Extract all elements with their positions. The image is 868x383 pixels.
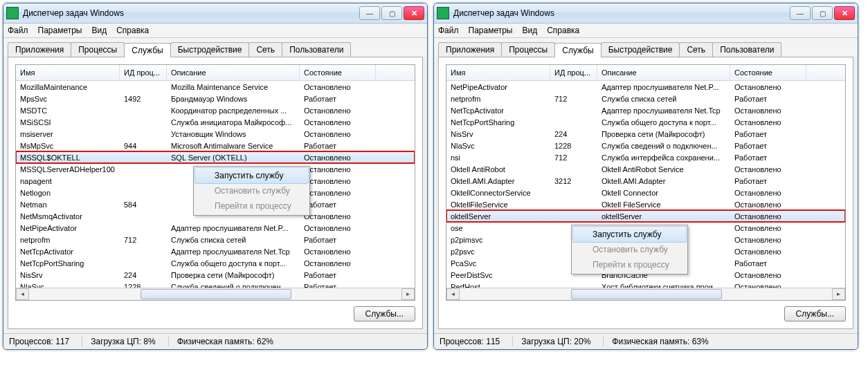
scroll-thumb[interactable] [141, 289, 291, 299]
scroll-right-button[interactable]: ► [401, 288, 415, 300]
menu-file[interactable]: Файл [8, 26, 28, 35]
col-desc[interactable]: Описание [167, 65, 300, 80]
task-manager-window-right: Диспетчер задач Windows — ▢ ✕ Файл Парам… [433, 3, 858, 350]
col-desc[interactable]: Описание [597, 65, 730, 80]
tab-performance[interactable]: Быстродействие [170, 42, 250, 57]
table-row[interactable]: MpsSvc1492Брандмауэр WindowsРаботает [16, 93, 415, 104]
tab-performance[interactable]: Быстродействие [601, 42, 680, 57]
list-header[interactable]: Имя ИД проц... Описание Состояние [16, 65, 415, 81]
services-list[interactable]: Имя ИД проц... Описание Состояние NetPip… [446, 64, 846, 301]
table-row[interactable]: NetTcpActivatorАдаптер прослушивателя Ne… [16, 245, 415, 257]
menu-view[interactable]: Вид [522, 26, 537, 35]
tab-users[interactable]: Пользователи [282, 42, 351, 57]
col-state[interactable]: Состояние [300, 65, 376, 80]
tab-users[interactable]: Пользователи [712, 42, 781, 57]
table-row[interactable]: netprofm712Служба списка сетейРаботает [446, 93, 845, 104]
col-pid[interactable]: ИД проц... [120, 65, 167, 80]
table-row[interactable]: Oktell AntiRobotOktell AntiRobot Service… [446, 163, 845, 175]
scroll-track[interactable] [460, 289, 832, 299]
tab-processes[interactable]: Процессы [501, 42, 555, 57]
cell-state: Работает [300, 283, 376, 288]
cell-desc: Mozilla Maintenance Service [167, 83, 300, 91]
scroll-right-button[interactable]: ► [832, 288, 845, 300]
table-row[interactable]: OktellFileServiceOktell FileServiceОстан… [446, 198, 845, 210]
table-row[interactable]: nsi712Служба интерфейса сохранени...Рабо… [446, 151, 845, 163]
table-row[interactable]: MSSQL$OKTELLSQL Server (OKTELL)Остановле… [16, 151, 415, 163]
tab-services[interactable]: Службы [124, 43, 170, 57]
table-row[interactable]: NetTcpActivatorАдаптер прослушивателя Ne… [446, 104, 845, 116]
table-row[interactable]: NetTcpPortSharingСлужба общего доступа к… [16, 257, 415, 269]
col-name[interactable]: Имя [16, 65, 120, 80]
col-name[interactable]: Имя [446, 65, 550, 80]
menu-help[interactable]: Справка [116, 26, 149, 35]
context-menu: Запустить службу Остановить службу Перей… [193, 166, 310, 216]
cell-desc: Oktell FileService [597, 200, 730, 209]
status-bar: Процессов: 117 Загрузка ЦП: 8% Физическа… [3, 333, 427, 349]
minimize-button[interactable]: — [790, 6, 811, 20]
scroll-thumb[interactable] [571, 289, 721, 299]
titlebar[interactable]: Диспетчер задач Windows — ▢ ✕ [3, 3, 427, 24]
tab-network[interactable]: Сеть [679, 42, 713, 57]
ctx-start-service[interactable]: Запустить службу [572, 226, 687, 243]
table-row[interactable]: MsMpSvc944Microsoft Antimalware ServiceР… [16, 140, 415, 151]
table-row[interactable]: MozillaMaintenanceMozilla Maintenance Se… [16, 81, 415, 93]
menu-options[interactable]: Параметры [469, 26, 513, 35]
table-row[interactable]: NetPipeActivatorАдаптер прослушивателя N… [16, 222, 415, 234]
close-button[interactable]: ✕ [404, 6, 424, 20]
table-row[interactable]: MSiSCSIСлужба инициатора Майкрософ...Ост… [16, 116, 415, 128]
horizontal-scrollbar[interactable]: ◄ ► [446, 288, 845, 300]
close-button[interactable]: ✕ [834, 6, 855, 20]
tab-row: Приложения Процессы Службы Быстродействи… [434, 38, 858, 57]
cell-state: Остановлено [730, 189, 806, 197]
cell-desc: Служба сведений о подключен... [167, 283, 300, 288]
scroll-left-button[interactable]: ◄ [446, 288, 460, 300]
cell-name: MSSQL$OKTELL [16, 153, 120, 162]
table-row[interactable]: netprofm712Служба списка сетейРаботает [16, 234, 415, 245]
menu-file[interactable]: Файл [438, 26, 459, 35]
tab-services[interactable]: Службы [554, 43, 601, 57]
table-row[interactable]: PerfHostХост библиотеки счетчика прои...… [446, 281, 845, 288]
cell-desc: Адаптер прослушивателя Net.P... [597, 83, 730, 91]
cell-state: Работает [730, 177, 806, 185]
table-row[interactable]: NetTcpPortSharingСлужба общего доступа к… [446, 116, 845, 128]
cell-state: Остановлено [730, 236, 806, 244]
table-row[interactable]: NetPipeActivatorАдаптер прослушивателя N… [446, 81, 845, 93]
cell-pid: 1492 [120, 95, 167, 103]
tab-processes[interactable]: Процессы [71, 42, 125, 57]
minimize-button[interactable]: — [359, 6, 380, 20]
ctx-start-service[interactable]: Запустить службу [195, 167, 309, 184]
horizontal-scrollbar[interactable]: ◄ ► [16, 288, 415, 300]
scroll-left-button[interactable]: ◄ [16, 288, 29, 300]
menu-options[interactable]: Параметры [38, 26, 82, 35]
ctx-goto-process: Перейти к процессу [573, 257, 686, 272]
tab-network[interactable]: Сеть [248, 42, 282, 57]
tab-body: Имя ИД проц... Описание Состояние NetPip… [438, 57, 853, 329]
tab-applications[interactable]: Приложения [8, 42, 71, 57]
scroll-track[interactable] [29, 289, 401, 299]
titlebar[interactable]: Диспетчер задач Windows — ▢ ✕ [434, 3, 858, 24]
services-list[interactable]: Имя ИД проц... Описание Состояние Mozill… [15, 64, 415, 301]
services-button[interactable]: Службы... [784, 306, 846, 321]
table-row[interactable]: NlaSvc1228Служба сведений о подключен...… [446, 140, 845, 151]
col-state[interactable]: Состояние [730, 65, 806, 80]
table-row[interactable]: OktellConnectorServiceOktell ConnectorОс… [446, 187, 845, 198]
table-row[interactable]: Oktell.AMI.Adapter3212Oktell.AMI.Adapter… [446, 175, 845, 187]
table-row[interactable]: NisSrv224Проверка сети (Майкрософт)Работ… [16, 269, 415, 281]
table-row[interactable]: NisSrv224Проверка сети (Майкрософт)Работ… [446, 128, 845, 140]
services-button[interactable]: Службы... [354, 306, 415, 321]
cell-state: Работает [730, 153, 806, 162]
window-title: Диспетчер задач Windows [453, 8, 790, 18]
list-header[interactable]: Имя ИД проц... Описание Состояние [446, 65, 845, 81]
maximize-button[interactable]: ▢ [381, 6, 402, 20]
table-row[interactable]: msiserverУстановщик WindowsОстановлено [16, 128, 415, 140]
tab-applications[interactable]: Приложения [438, 42, 502, 57]
menu-view[interactable]: Вид [91, 26, 107, 35]
status-memory: Физическая память: 62% [177, 337, 286, 346]
maximize-button[interactable]: ▢ [812, 6, 833, 20]
cell-state: Работает [730, 130, 806, 138]
table-row[interactable]: MSDTCКоординатор распределенных ...Остан… [16, 104, 415, 116]
col-pid[interactable]: ИД проц... [550, 65, 597, 80]
table-row[interactable]: NlaSvc1228Служба сведений о подключен...… [16, 281, 415, 288]
table-row[interactable]: oktellServeroktellServerОстановлено [446, 210, 845, 222]
menu-help[interactable]: Справка [547, 26, 579, 35]
